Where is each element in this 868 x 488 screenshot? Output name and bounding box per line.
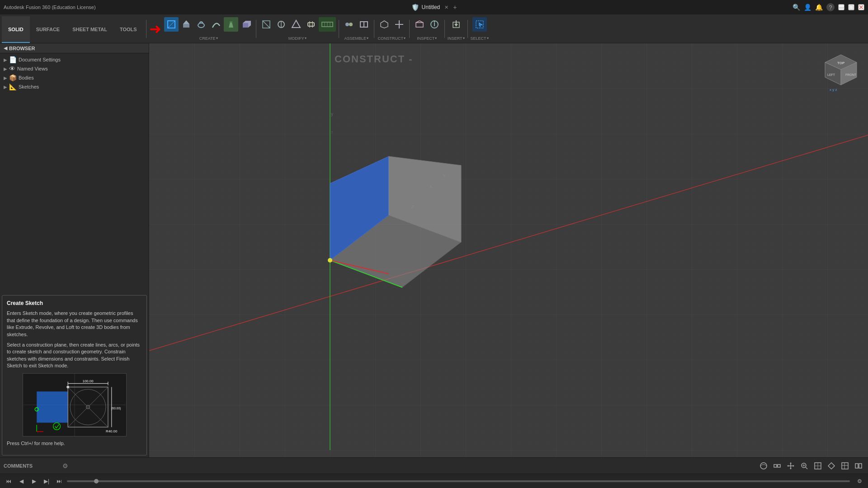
tab-sheetmetal[interactable]: SHEET METAL	[66, 16, 113, 43]
construct-label[interactable]: CONSTRUCT	[377, 36, 406, 41]
divider-7	[467, 20, 468, 38]
tree-item-2[interactable]: ▶ 👁 Named Views	[2, 64, 147, 73]
svg-point-82	[760, 463, 767, 469]
tooltip-panel: Create Sketch Enters Sketch mode, where …	[2, 295, 147, 455]
box-button[interactable]	[239, 17, 253, 32]
select-group: SELECT	[471, 16, 489, 42]
svg-marker-5	[229, 22, 233, 28]
timeline-back-button[interactable]: ◀	[16, 476, 26, 486]
fit-button[interactable]	[812, 460, 824, 472]
inspect-btn-1[interactable]	[412, 17, 427, 32]
modify-btn-3[interactable]	[289, 17, 303, 32]
bell-icon[interactable]: 🔔	[815, 4, 823, 11]
pan-button[interactable]	[785, 460, 797, 472]
timeline-start-button[interactable]: ⏮	[4, 476, 14, 486]
timeline-end-button[interactable]: ⏭	[54, 476, 64, 486]
create-label[interactable]: CREATE	[199, 36, 218, 41]
tab-solid[interactable]: SOLID	[2, 16, 30, 43]
help-icon[interactable]: ?	[826, 3, 835, 11]
modify-label[interactable]: MODIFY	[288, 36, 307, 41]
titlebar-right: 🔍 👤 🔔 ? — □ ✕	[793, 3, 864, 11]
revolve-button[interactable]	[194, 17, 208, 32]
maximize-button[interactable]: □	[848, 4, 854, 10]
timeline-play-button[interactable]: ▶	[29, 476, 39, 486]
loft-button[interactable]	[224, 17, 238, 32]
inspect-btn-2[interactable]	[427, 17, 442, 32]
inspect-label[interactable]: INSPECT	[417, 36, 437, 41]
sweep-button[interactable]	[209, 17, 223, 32]
grid-button[interactable]	[839, 460, 851, 472]
tab-tools[interactable]: TOOLS	[113, 16, 143, 43]
select-btn-1[interactable]	[472, 17, 487, 32]
svg-text:↑: ↑	[331, 130, 333, 135]
svg-rect-37	[476, 21, 483, 28]
tree-item-1[interactable]: ▶ 📄 Document Settings	[2, 55, 147, 64]
assemble-label[interactable]: ASSEMBLE	[344, 36, 368, 41]
insert-btn-1[interactable]	[449, 17, 463, 32]
orbit-button[interactable]	[758, 460, 769, 472]
modify-btn-5[interactable]	[319, 17, 336, 32]
tooltip-title: Create Sketch	[7, 300, 142, 306]
account-icon[interactable]: 👤	[804, 4, 811, 11]
svg-point-22	[349, 23, 353, 26]
modify-btn-1[interactable]	[259, 17, 274, 32]
timeline-slider[interactable]	[67, 480, 850, 482]
svg-text:FRONT: FRONT	[845, 73, 857, 76]
viewport[interactable]: CONSTRUCT - y ↑ y x z	[149, 43, 868, 457]
new-tab-button[interactable]: +	[453, 4, 457, 11]
construct-btn-2[interactable]	[392, 17, 406, 32]
titlebar-center: 🛡️ Untitled ✕ +	[411, 4, 457, 11]
timeline-forward-button[interactable]: ▶|	[42, 476, 52, 486]
tree-item-3[interactable]: ▶ 📦 Bodies	[2, 73, 147, 82]
divider-4	[374, 20, 374, 38]
search-icon[interactable]: 🔍	[793, 4, 800, 11]
timeline-settings-button[interactable]: ⚙	[854, 476, 864, 486]
svg-text:z: z	[411, 204, 414, 209]
svg-rect-2	[183, 24, 189, 28]
svg-text:x y z: x y z	[830, 88, 837, 92]
divider-6	[444, 20, 445, 38]
browser-header: ◀ BROWSER	[0, 43, 149, 53]
timeline-thumb[interactable]	[94, 479, 99, 483]
select-buttons	[472, 17, 487, 32]
tree-item-4[interactable]: ▶ 📐 Sketches	[2, 82, 147, 91]
create-sketch-button[interactable]	[164, 17, 179, 32]
display-mode-button[interactable]	[826, 460, 837, 472]
close-button[interactable]: ✕	[858, 4, 864, 10]
units-button[interactable]	[853, 460, 864, 472]
assemble-buttons	[342, 17, 371, 32]
view-cube[interactable]: TOP LEFT FRONT x y z	[823, 52, 859, 89]
browser-collapse-icon[interactable]: ◀	[4, 45, 7, 51]
construct-btn-1[interactable]	[377, 17, 392, 32]
modify-btn-2[interactable]	[274, 17, 288, 32]
svg-point-84	[776, 465, 778, 467]
comments-bar: COMMENTS ⚙	[4, 462, 68, 469]
svg-marker-90	[793, 465, 794, 467]
look-at-button[interactable]	[771, 460, 783, 472]
svg-rect-23	[360, 22, 364, 27]
zoom-button[interactable]	[798, 460, 810, 472]
svg-marker-87	[790, 462, 792, 464]
svg-point-4	[198, 23, 204, 28]
tab-surface[interactable]: SURFACE	[30, 16, 66, 43]
svg-point-71	[328, 258, 332, 263]
red-arrow-indicator: ➜	[149, 20, 161, 38]
assemble-btn-1[interactable]	[342, 17, 356, 32]
comments-settings-button[interactable]: ⚙	[62, 462, 68, 469]
browser-tree: ▶ 📄 Document Settings ▶ 👁 Named Views ▶ …	[0, 53, 149, 293]
minimize-button[interactable]: —	[838, 4, 844, 10]
modify-btn-4[interactable]	[304, 17, 318, 32]
close-tab-button[interactable]: ✕	[444, 5, 448, 10]
extrude-button[interactable]	[179, 17, 193, 32]
assemble-btn-2[interactable]	[357, 17, 371, 32]
inspect-group: INSPECT	[412, 16, 442, 42]
svg-marker-25	[381, 21, 388, 28]
divider-1	[146, 20, 146, 38]
svg-rect-103	[855, 464, 858, 468]
timeline: ⏮ ◀ ▶ ▶| ⏭ ⚙	[0, 474, 868, 488]
select-label[interactable]: SELECT	[471, 36, 489, 41]
svg-point-53	[66, 385, 69, 388]
svg-text:100.00: 100.00	[82, 379, 94, 383]
browser-label: BROWSER	[9, 46, 35, 51]
insert-label[interactable]: INSERT	[448, 36, 465, 41]
